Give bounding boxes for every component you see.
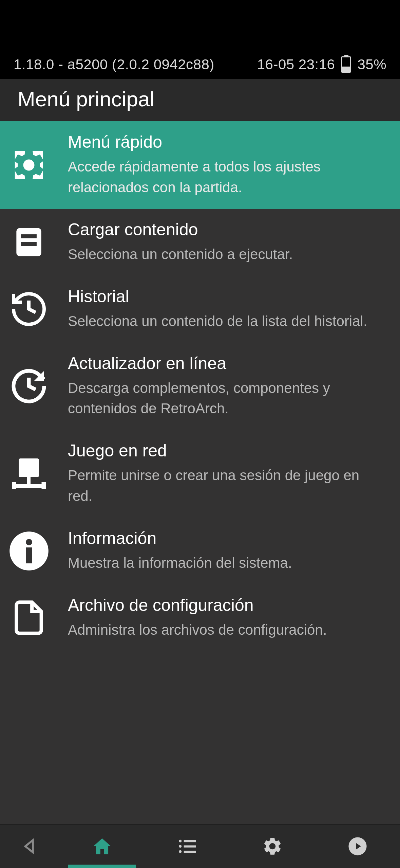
svg-point-10 bbox=[26, 539, 32, 545]
svg-point-15 bbox=[179, 845, 182, 848]
svg-rect-7 bbox=[12, 482, 16, 489]
menu-item-title: Juego en red bbox=[68, 441, 383, 460]
svg-rect-8 bbox=[42, 482, 46, 489]
svg-rect-4 bbox=[19, 458, 39, 477]
menu-item-subtitle: Selecciona un contenido de la lista del … bbox=[68, 311, 383, 332]
menu-item-title: Archivo de configuración bbox=[68, 595, 383, 615]
svg-marker-12 bbox=[25, 840, 33, 852]
menu-item-online-updater[interactable]: Actualizador en línea Descarga complemen… bbox=[0, 343, 400, 430]
menu-item-subtitle: Descarga complementos, componentes y con… bbox=[68, 378, 383, 419]
svg-rect-16 bbox=[184, 845, 196, 847]
svg-rect-14 bbox=[184, 840, 196, 842]
menu-item-history[interactable]: Historial Selecciona un contenido de la … bbox=[0, 276, 400, 343]
file-icon bbox=[7, 597, 51, 638]
menu-item-quick-menu[interactable]: Menú rápido Accede rápidamente a todos l… bbox=[0, 121, 400, 209]
network-icon bbox=[7, 453, 51, 494]
app-version-text: 1.18.0 - a5200 (2.0.2 0942c88) bbox=[14, 56, 214, 73]
menu-item-title: Información bbox=[68, 528, 383, 548]
bottom-nav bbox=[0, 824, 400, 868]
menu-item-config-file[interactable]: Archivo de configuración Administra los … bbox=[0, 584, 400, 651]
page-header: Menú principal bbox=[0, 79, 400, 121]
menu-item-subtitle: Accede rápidamente a todos los ajustes r… bbox=[68, 157, 383, 198]
menu-item-title: Menú rápido bbox=[68, 132, 383, 152]
menu-item-subtitle: Muestra la información del sistema. bbox=[68, 553, 383, 574]
menu-item-netplay[interactable]: Juego en red Permite unirse o crear una … bbox=[0, 430, 400, 518]
nav-back[interactable] bbox=[0, 825, 60, 868]
svg-point-13 bbox=[179, 840, 182, 843]
nav-run[interactable] bbox=[315, 825, 400, 868]
menu-item-subtitle: Selecciona un contenido a ejecutar. bbox=[68, 244, 383, 265]
menu-item-subtitle: Administra los archivos de configuración… bbox=[68, 620, 383, 640]
menu-item-title: Historial bbox=[68, 287, 383, 306]
update-icon bbox=[7, 366, 51, 406]
battery-percentage: 35% bbox=[357, 56, 386, 73]
history-icon bbox=[7, 289, 51, 329]
svg-rect-11 bbox=[26, 547, 32, 563]
menu-item-title: Cargar contenido bbox=[68, 220, 383, 239]
nav-home[interactable] bbox=[60, 825, 145, 868]
svg-rect-2 bbox=[21, 242, 37, 246]
info-icon bbox=[7, 530, 51, 572]
menu-item-load-content[interactable]: Cargar contenido Selecciona un contenido… bbox=[0, 209, 400, 276]
page-title: Menú principal bbox=[18, 87, 382, 111]
status-bar: 1.18.0 - a5200 (2.0.2 0942c88) 16-05 23:… bbox=[0, 0, 400, 79]
status-datetime: 16-05 23:16 bbox=[257, 56, 335, 73]
document-icon bbox=[7, 223, 51, 261]
menu-item-information[interactable]: Información Muestra la información del s… bbox=[0, 518, 400, 584]
menu-item-title: Actualizador en línea bbox=[68, 354, 383, 373]
main-menu-list: Menú rápido Accede rápidamente a todos l… bbox=[0, 121, 400, 824]
nav-settings[interactable] bbox=[230, 825, 315, 868]
gear-icon bbox=[7, 146, 51, 184]
svg-rect-18 bbox=[184, 851, 196, 853]
svg-rect-1 bbox=[21, 234, 37, 238]
menu-item-subtitle: Permite unirse o crear una sesión de jue… bbox=[68, 465, 383, 507]
svg-rect-6 bbox=[12, 484, 46, 488]
battery-icon bbox=[341, 56, 351, 73]
nav-playlists[interactable] bbox=[145, 825, 230, 868]
svg-point-17 bbox=[179, 850, 182, 853]
